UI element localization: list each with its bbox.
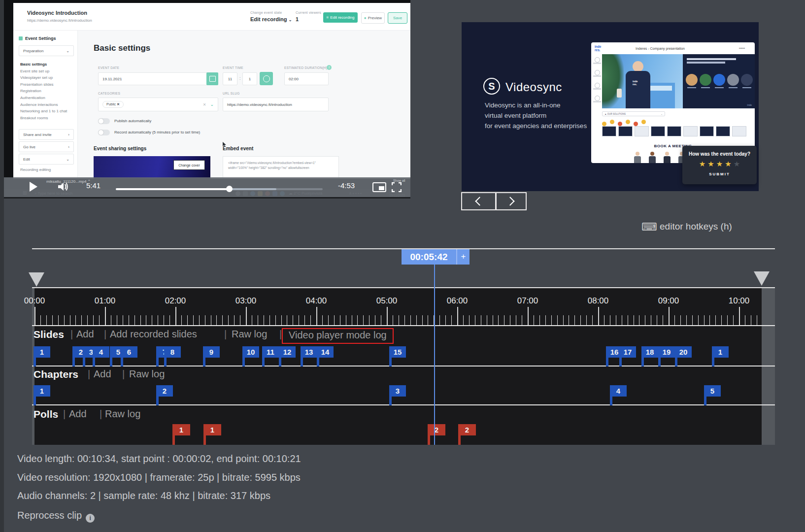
track-button-video-player-mode-log[interactable]: Video player mode log — [282, 328, 394, 344]
chapters-marker[interactable]: 3 — [389, 385, 406, 397]
sidebar-item-go-live[interactable]: Go live› — [19, 141, 74, 152]
slide-thumbnail[interactable] — [618, 126, 633, 136]
polls-marker[interactable]: 1 — [172, 424, 190, 435]
chapters-marker[interactable]: 2 — [156, 385, 173, 397]
chapters-marker[interactable]: 4 — [610, 385, 627, 397]
reaction-emoji[interactable] — [626, 120, 630, 124]
track-button-add-recorded-slides[interactable]: Add recorded slides — [110, 329, 197, 340]
slide-thumbnail[interactable] — [683, 126, 698, 136]
sidebar-item-audience-interactions[interactable]: Audience interactions — [20, 102, 58, 107]
slides-marker[interactable]: 20 — [675, 346, 692, 358]
sidebar-item-preparation[interactable]: Preparation⌄ — [19, 45, 74, 56]
video-player[interactable]: Videosync Introduction https://demo.vide… — [4, 0, 410, 199]
kebab-menu-icon[interactable]: ⋮ — [408, 13, 410, 19]
star-4[interactable]: ★ — [725, 160, 731, 168]
star-rating[interactable]: ★★★★★ — [682, 160, 757, 168]
trim-end-handle[interactable] — [754, 271, 770, 286]
track-button-add[interactable]: Add — [94, 368, 111, 380]
prev-slide-button[interactable] — [461, 192, 496, 210]
track-button-raw-log[interactable]: Raw log — [232, 329, 267, 340]
slides-marker[interactable]: 9 — [203, 346, 220, 358]
pip-icon[interactable] — [372, 182, 386, 192]
event-time-minute-field[interactable]: 1 — [242, 72, 257, 85]
categories-field[interactable]: Public ✕ ✕ ⌄ — [98, 98, 218, 111]
star-3[interactable]: ★ — [716, 160, 723, 168]
sidebar-item-breakout-rooms[interactable]: Breakout rooms — [20, 116, 48, 120]
slides-marker[interactable]: 11 — [262, 346, 279, 358]
sidebar-item-share-invite[interactable]: Share and invite› — [19, 129, 74, 140]
reaction-emoji[interactable] — [618, 122, 622, 126]
slides-marker[interactable]: 19 — [658, 346, 675, 358]
embed-code-box[interactable]: <iframe src="//demo.videosync.fi/introdu… — [223, 156, 339, 179]
duration-field[interactable]: 02:00 — [284, 72, 329, 85]
play-button[interactable] — [30, 182, 37, 192]
slides-marker[interactable]: 6 — [121, 346, 137, 358]
slides-marker[interactable]: 8 — [164, 346, 181, 358]
reprocess-clip-link[interactable]: Reprocess clipi — [17, 510, 95, 523]
slides-marker[interactable]: 17 — [619, 346, 636, 358]
slide-thumbnail[interactable] — [700, 126, 714, 136]
sidebar-item-authentication[interactable]: Authentication — [20, 96, 45, 100]
editor-hotkeys-toggle[interactable]: ⌨ editor hotkeys (h) — [641, 221, 732, 233]
sidebar-item-event-site-set-up[interactable]: Event site set up — [20, 69, 49, 73]
edit-recording-button[interactable]: ≡Edit recording — [323, 12, 358, 23]
preview-button[interactable]: ●Preview — [361, 12, 385, 24]
slides-marker[interactable]: 14 — [317, 346, 334, 358]
sidebar-item-recording-editing[interactable]: Recording editing — [20, 167, 51, 172]
slides-marker[interactable]: 13 — [301, 346, 317, 358]
fullscreen-icon[interactable] — [392, 182, 402, 194]
sidebar-item-edit[interactable]: Edit⌄ — [19, 154, 74, 165]
change-cover-button[interactable]: Change cover — [173, 160, 205, 170]
seek-knob[interactable] — [226, 186, 233, 192]
sidebar-item-networking-and-1-to-1-chat[interactable]: Networking and 1 to 1 chat — [20, 109, 67, 113]
reaction-emoji[interactable] — [641, 120, 646, 124]
track-button-add[interactable]: Add — [76, 329, 94, 340]
slides-marker[interactable]: 10 — [242, 346, 259, 358]
slides-marker[interactable]: 1 — [712, 346, 729, 358]
slide-thumbnail[interactable] — [635, 126, 649, 136]
slide-thumbnail[interactable] — [667, 126, 681, 136]
sidebar-item-presentation-slides[interactable]: Presentation slides — [20, 82, 54, 87]
slide-thumbnail[interactable] — [602, 126, 616, 136]
polls-marker[interactable]: 1 — [203, 424, 221, 435]
slide-thumbnail[interactable] — [716, 126, 730, 136]
reaction-emoji[interactable] — [634, 122, 638, 126]
reaction-emoji[interactable] — [610, 120, 614, 124]
track-button-raw-log[interactable]: Raw log — [129, 368, 165, 380]
save-button[interactable]: Save — [388, 12, 407, 24]
clock-icon[interactable] — [260, 72, 273, 85]
slides-marker[interactable]: 4 — [93, 346, 109, 358]
record-toggle[interactable] — [98, 130, 110, 135]
calendar-icon[interactable] — [206, 72, 218, 85]
slides-marker[interactable]: 1 — [34, 346, 50, 358]
track-button-add[interactable]: Add — [69, 408, 87, 420]
track-button-raw-log[interactable]: Raw log — [105, 408, 140, 420]
chapters-marker[interactable]: 5 — [704, 385, 721, 397]
trim-start-handle[interactable] — [29, 272, 44, 287]
polls-marker[interactable]: 2 — [458, 424, 476, 435]
sidebar-item-basic-settings[interactable]: Basic settings — [20, 62, 47, 66]
sidebar-item-registration[interactable]: Registration — [20, 89, 41, 93]
publish-toggle[interactable] — [98, 118, 110, 124]
slides-marker[interactable]: 18 — [641, 346, 658, 358]
star-1[interactable]: ★ — [699, 160, 705, 168]
event-time-hour-field[interactable]: 11 — [223, 72, 237, 85]
star-2[interactable]: ★ — [707, 160, 714, 168]
star-5[interactable]: ★ — [734, 160, 740, 168]
volume-icon[interactable] — [57, 181, 69, 194]
next-slide-button[interactable] — [496, 192, 527, 210]
reaction-emoji[interactable] — [602, 122, 606, 126]
url-slug-field[interactable]: https://demo.videosync.fi/introduction — [223, 98, 329, 111]
add-marker-button[interactable]: + — [456, 249, 470, 265]
slides-marker[interactable]: 12 — [279, 346, 296, 358]
feedback-submit-button[interactable]: SUBMIT — [682, 172, 757, 176]
slide-thumbnail[interactable] — [651, 126, 665, 136]
playhead-line[interactable] — [434, 265, 435, 445]
polls-marker[interactable]: 2 — [428, 424, 445, 435]
slide-thumbnail[interactable] — [732, 126, 746, 136]
chapters-marker[interactable]: 1 — [34, 385, 50, 397]
event-date-field[interactable]: 19.11.2021 — [98, 72, 218, 85]
change-state-select[interactable]: Edit recording ⌄ — [250, 16, 292, 22]
sidebar-item-videoplayer-set-up[interactable]: Videoplayer set up — [20, 75, 53, 80]
slides-marker[interactable]: 15 — [389, 346, 406, 358]
